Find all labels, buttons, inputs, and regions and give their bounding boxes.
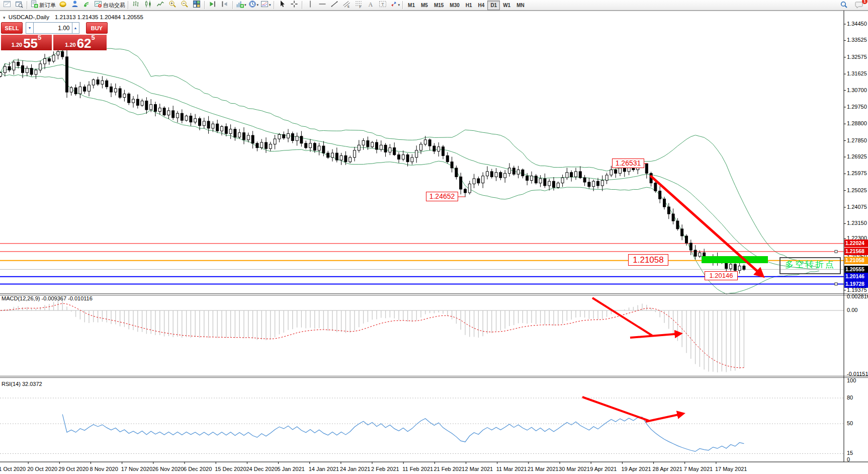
trend-arrow-rsi-head[interactable] <box>646 414 683 422</box>
candle-body <box>203 121 205 126</box>
price-annotation-1.26531[interactable]: 1.26531 <box>612 159 644 168</box>
trend-arrow-macd-head[interactable] <box>630 334 680 338</box>
ask-price-big: 62 <box>77 37 92 50</box>
candle-body <box>92 80 95 86</box>
pane-separator[interactable] <box>0 376 868 376</box>
vertical-line-button[interactable] <box>304 1 316 10</box>
fibonacci-button[interactable]: F <box>353 1 365 10</box>
candle-body <box>531 176 533 181</box>
new-order-button[interactable]: 新订单 <box>29 1 57 10</box>
templates-button[interactable]: ▾ <box>259 1 272 10</box>
candle-body <box>132 99 135 103</box>
line-handle[interactable] <box>835 283 837 285</box>
auto-trading-button[interactable]: 自动交易 <box>93 1 126 10</box>
price-annotation-1.24652[interactable]: 1.24652 <box>426 192 458 201</box>
crosshair-button[interactable] <box>288 1 300 10</box>
new-chart-button[interactable] <box>1 1 13 10</box>
pane-separator[interactable] <box>0 293 868 294</box>
tile-windows-button[interactable] <box>191 1 203 10</box>
zoom-in-button[interactable] <box>166 1 179 10</box>
volume-increase-button[interactable]: ▲ <box>72 22 79 34</box>
pane-separator[interactable] <box>0 295 868 295</box>
candle-body <box>154 105 157 112</box>
timeframe-H4[interactable]: H4 <box>475 1 488 10</box>
price-axis-label: 1.28800 <box>847 120 867 126</box>
rsi-line <box>62 414 744 451</box>
timeframe-M5[interactable]: M5 <box>418 1 431 10</box>
ask-price-panel[interactable]: 1.20 62 5 <box>53 35 107 50</box>
ask-price-prefix: 1.20 <box>65 40 75 50</box>
candlestick-icon <box>144 0 152 10</box>
candle-body <box>167 111 170 115</box>
zoom-out-button[interactable] <box>179 1 191 10</box>
candle-body <box>305 143 307 148</box>
crosshair-icon <box>290 0 298 10</box>
trend-arrow-macd[interactable] <box>592 298 652 336</box>
candle-body <box>309 143 312 148</box>
signals-button[interactable] <box>81 1 93 10</box>
candle-body <box>575 172 577 177</box>
macd-axis-label: 0.00 <box>847 307 857 313</box>
chart-shift-button[interactable] <box>219 1 231 10</box>
timeframe-M30[interactable]: M30 <box>447 1 462 10</box>
candle-body <box>291 134 294 141</box>
pane-separator[interactable] <box>0 377 868 378</box>
chart-profile-button[interactable] <box>13 1 25 10</box>
candle-body <box>451 162 453 168</box>
arrows-button[interactable]: ▾ <box>389 1 401 10</box>
turning-point-note[interactable]: 多空转折点 <box>779 257 841 274</box>
timeframe-M1[interactable]: M1 <box>405 1 418 10</box>
candle-body <box>4 66 6 72</box>
candle-body <box>145 101 148 110</box>
cursor-button[interactable] <box>276 1 288 10</box>
coin-button[interactable] <box>57 1 69 10</box>
date-axis-label: 19 Apr 2021 <box>621 466 651 472</box>
toolbar-separator <box>402 1 403 9</box>
line-chart-button[interactable] <box>154 1 166 10</box>
timeframe-H1[interactable]: H1 <box>463 1 475 10</box>
timeframe-MN[interactable]: MN <box>513 1 528 10</box>
chart-window[interactable]: ▾ USDCAD-,Daily 1.21313 1.21435 1.20484 … <box>0 11 868 474</box>
text-button[interactable]: A <box>365 1 377 10</box>
candle-body <box>645 164 648 173</box>
candle-body <box>274 139 276 144</box>
indicators-button[interactable]: ▾ <box>235 1 247 10</box>
horizontal-line-button[interactable] <box>316 1 328 10</box>
sell-button[interactable]: SELL <box>1 22 23 34</box>
community-button[interactable] <box>69 1 81 10</box>
candle-body <box>313 143 316 150</box>
channel-button[interactable]: E <box>340 1 353 10</box>
candle-body <box>464 189 467 193</box>
price-annotation-1.21058[interactable]: 1.21058 <box>628 254 668 266</box>
candle-body <box>428 140 431 146</box>
trendline-button[interactable] <box>328 1 340 10</box>
timeframe-D1[interactable]: D1 <box>487 1 500 10</box>
candle-body <box>548 181 551 186</box>
search-button[interactable] <box>838 1 850 10</box>
periods-button[interactable]: ▾ <box>247 1 260 10</box>
candle-body <box>380 145 382 149</box>
trendline-icon <box>330 0 338 10</box>
candlestick-button[interactable] <box>142 1 154 10</box>
green-zone-rectangle[interactable] <box>702 256 768 263</box>
candle-body <box>663 199 666 207</box>
auto-scroll-button[interactable] <box>207 1 219 10</box>
volume-decrease-button[interactable]: ▼ <box>26 22 33 34</box>
chat-button[interactable]: 1 <box>853 1 865 10</box>
candle-body <box>512 168 515 174</box>
timeframe-W1[interactable]: W1 <box>500 1 513 10</box>
chart-canvas[interactable] <box>0 11 868 474</box>
date-axis-label: 15 Dec 2020 <box>215 466 246 472</box>
bid-price-panel[interactable]: 1.20 55 5 <box>1 35 52 50</box>
bar-chart-button[interactable] <box>130 1 142 10</box>
text-label-button[interactable]: T <box>377 1 389 10</box>
candle-body <box>406 155 409 162</box>
buy-button[interactable]: BUY <box>86 22 108 34</box>
price-annotation-1.20146[interactable]: 1.20146 <box>705 271 738 280</box>
toolbar: 新订单自动交易▾▾▾EFAT▾M1M5M15M30H1H4D1W1MN1 <box>0 0 868 11</box>
trend-arrow-rsi[interactable] <box>582 397 649 421</box>
timeframe-M15[interactable]: M15 <box>431 1 447 10</box>
line-handle[interactable] <box>835 250 837 253</box>
candle-body <box>13 62 15 70</box>
candle-body <box>522 170 524 176</box>
